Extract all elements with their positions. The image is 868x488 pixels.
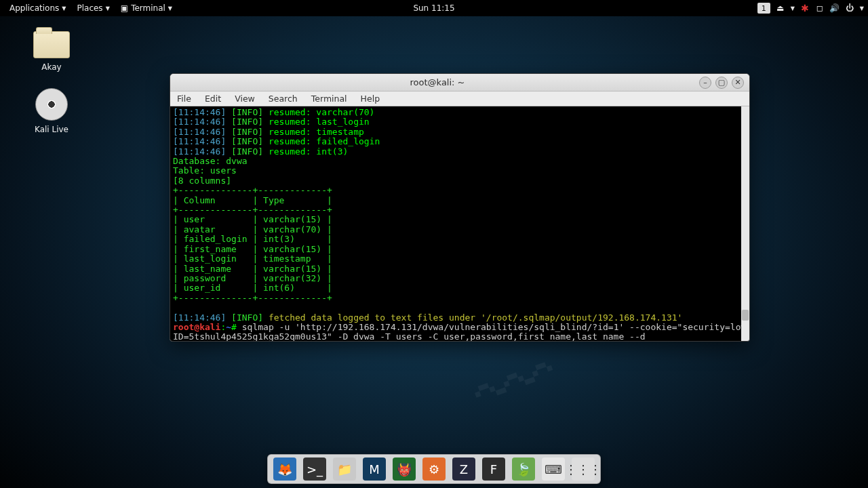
dock-app-terminal[interactable]: >_	[303, 458, 326, 481]
dock-app-files[interactable]: 📁	[333, 458, 356, 481]
menu-search[interactable]: Search	[262, 94, 304, 104]
clock-label: Sun 11:15	[413, 3, 454, 13]
menu-places-label: Places	[77, 3, 102, 13]
dock-app-burpsuite[interactable]: ⚙	[422, 458, 446, 481]
wallpaper-dragon-icon: 〰	[461, 328, 570, 445]
menu-edit[interactable]: Edit	[198, 94, 228, 104]
volume-icon[interactable]: 🔊	[830, 3, 840, 13]
menu-applications[interactable]: Applications ▼	[4, 3, 71, 13]
chevron-down-icon: ▼	[168, 5, 172, 12]
clock[interactable]: Sun 11:15	[413, 3, 454, 13]
dock-app-show-apps[interactable]: ⋮⋮⋮	[572, 458, 595, 481]
dock-app-metasploit[interactable]: M	[363, 458, 386, 481]
close-button[interactable]: ✕	[732, 77, 744, 89]
menu-view[interactable]: View	[228, 94, 262, 104]
window-title: root@kali: ~	[176, 77, 699, 87]
power-icon[interactable]: ⏻	[845, 3, 854, 13]
screen-icon[interactable]: ◻	[815, 3, 825, 13]
menu-terminal[interactable]: Terminal	[304, 94, 354, 104]
terminal-window: root@kali: ~ – ▢ ✕ File Edit View Search…	[170, 73, 750, 342]
menubar: File Edit View Search Terminal Help	[170, 92, 749, 106]
top-bar: Applications ▼ Places ▼ ▣ Terminal ▼ Sun…	[0, 0, 868, 16]
desktop-icons: Akay Kali Live	[24, 31, 79, 134]
desktop-icon-disc-kali-live[interactable]: Kali Live	[24, 88, 79, 134]
workspace-number: 1	[762, 4, 766, 13]
disc-icon	[35, 88, 68, 121]
folder-icon	[33, 31, 70, 58]
menu-active-app[interactable]: ▣ Terminal ▼	[115, 3, 178, 13]
eject-icon[interactable]: ⏏	[776, 3, 785, 13]
desktop-icon-label: Kali Live	[24, 125, 79, 134]
maximize-button[interactable]: ▢	[715, 77, 728, 89]
menu-applications-label: Applications	[9, 3, 59, 13]
scrollbar-thumb[interactable]	[742, 310, 749, 321]
menu-help[interactable]: Help	[354, 94, 387, 104]
menu-places[interactable]: Places ▼	[71, 3, 115, 13]
dock-app-armitage[interactable]: 👹	[393, 458, 416, 481]
chevron-down-icon: ▼	[62, 5, 66, 12]
desktop-icon-label: Akay	[24, 62, 79, 72]
terminal-icon: ▣	[121, 3, 128, 13]
recording-icon[interactable]: ✱	[800, 3, 810, 13]
dock-app-zenmap[interactable]: Z	[452, 458, 475, 481]
scrollbar[interactable]	[741, 106, 749, 341]
menu-file[interactable]: File	[170, 94, 198, 104]
workspace-indicator[interactable]: 1	[757, 3, 770, 14]
titlebar[interactable]: root@kali: ~ – ▢ ✕	[170, 74, 749, 92]
menu-active-app-label: Terminal	[131, 3, 165, 13]
dock-app-xvkbd[interactable]: ⌨	[542, 458, 565, 481]
dock: 🦊>_📁M👹⚙ZF🍃⌨⋮⋮⋮	[267, 454, 601, 484]
terminal-body[interactable]: [11:14:46] [INFO] resumed: varchar(70) […	[170, 106, 749, 341]
chevron-down-icon: ▼	[860, 5, 864, 12]
dock-app-faraday[interactable]: F	[482, 458, 505, 481]
chevron-down-icon: ▼	[791, 5, 795, 12]
chevron-down-icon: ▼	[106, 5, 110, 12]
desktop-icon-folder-akay[interactable]: Akay	[24, 31, 79, 72]
dock-app-leafpad[interactable]: 🍃	[512, 458, 535, 481]
minimize-button[interactable]: –	[699, 77, 711, 89]
dock-app-firefox[interactable]: 🦊	[273, 458, 296, 481]
